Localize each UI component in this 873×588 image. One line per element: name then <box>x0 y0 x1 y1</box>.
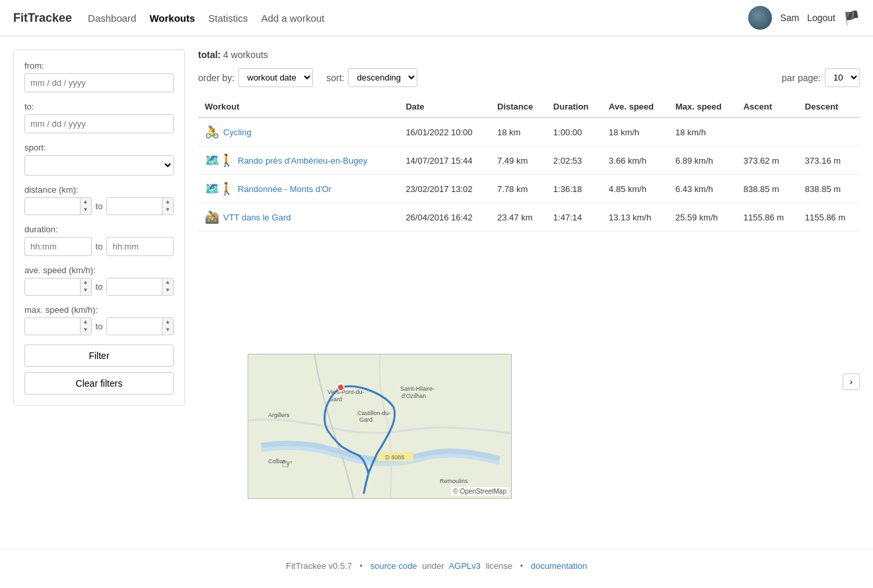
workout-ave-speed-4: 13.13 km/h <box>602 203 669 232</box>
duration-from-input[interactable] <box>24 237 92 256</box>
distance-max-up[interactable]: ▲ <box>162 198 173 206</box>
max-speed-max-down[interactable]: ▼ <box>162 326 173 334</box>
max-speed-min-up[interactable]: ▲ <box>81 318 91 326</box>
workout-link-3[interactable]: Randonnée - Monts d'Or <box>238 184 332 194</box>
workout-duration-4: 1:47:14 <box>547 203 602 232</box>
max-speed-to-connector: to <box>96 321 103 331</box>
duration-to-connector: to <box>96 242 103 251</box>
from-input[interactable] <box>24 73 174 92</box>
workout-descent-1 <box>798 117 860 147</box>
nav-right: Sam Logout 🏴 <box>748 6 860 30</box>
order-by-label: order by: <box>198 73 234 83</box>
workout-duration-3: 1:36:18 <box>547 175 602 203</box>
controls-row: order by: workout date distance duration… <box>198 68 860 87</box>
filter-button[interactable]: Filter <box>24 344 174 367</box>
sort-select[interactable]: descending ascending <box>348 68 417 87</box>
avatar[interactable] <box>748 6 772 30</box>
nav-link-statistics[interactable]: Statistics <box>208 13 248 24</box>
ave-speed-min-up[interactable]: ▲ <box>81 278 91 286</box>
per-page-group: par page: 5 10 20 50 <box>782 68 860 87</box>
workout-link-2[interactable]: Rando près d'Ambérieu-en-Bugey <box>238 156 367 166</box>
nav-link-workouts[interactable]: Workouts <box>149 13 195 24</box>
nav-logout[interactable]: Logout <box>807 13 835 23</box>
workout-descent-2: 373.16 m <box>798 147 860 175</box>
workout-link-1[interactable]: Cycling <box>223 127 252 137</box>
sport-section: sport: Cycling Hiking MTB <box>24 143 174 176</box>
distance-max-input[interactable]: ▲ ▼ <box>106 197 174 215</box>
max-speed-min-input[interactable]: ▲ ▼ <box>24 317 92 335</box>
table-header-row: Workout Date Distance Duration Ave. spee… <box>198 96 860 117</box>
distance-min-input[interactable]: ▲ ▼ <box>24 197 92 215</box>
distance-row: ▲ ▼ to ▲ ▼ <box>24 197 174 215</box>
max-speed-max-field[interactable] <box>107 318 162 335</box>
col-workout: Workout <box>198 96 399 117</box>
ave-speed-min-input[interactable]: ▲ ▼ <box>24 278 92 296</box>
ave-speed-max-up[interactable]: ▲ <box>162 278 173 286</box>
nav-link-add-workout[interactable]: Add a workout <box>261 13 324 24</box>
svg-text:Saint-Hilaire-: Saint-Hilaire- <box>400 385 435 392</box>
nav-brand[interactable]: FitTrackee <box>13 11 72 25</box>
nav-flag-icon: 🏴 <box>843 10 860 26</box>
sport-select[interactable]: Cycling Hiking MTB <box>24 155 174 176</box>
footer-brand: FitTrackee <box>286 561 326 571</box>
main-panel: total: 4 workouts order by: workout date… <box>198 49 860 535</box>
hiking-icon-2: 🗺️🚶 <box>205 153 234 168</box>
ave-speed-label: ave. speed (km/h): <box>24 265 174 275</box>
workout-link-4[interactable]: VTT dans le Gard <box>223 212 291 222</box>
svg-text:d'Ozilhan: d'Ozilhan <box>402 393 426 399</box>
duration-label: duration: <box>24 224 174 234</box>
nav-username[interactable]: Sam <box>780 13 799 23</box>
workout-name-cell-2: 🗺️🚶 Rando près d'Ambérieu-en-Bugey <box>198 147 399 175</box>
distance-max-spinners: ▲ ▼ <box>162 198 173 214</box>
distance-min-down[interactable]: ▼ <box>81 206 91 214</box>
footer-doc-link[interactable]: documentation <box>531 561 587 571</box>
workout-date-1: 16/01/2022 10:00 <box>399 117 491 147</box>
svg-text:Argillers: Argillers <box>268 412 290 418</box>
distance-label: distance (km): <box>24 185 174 195</box>
footer-license-suffix: license <box>485 561 512 571</box>
workout-date-3: 23/02/2017 13:02 <box>399 175 491 203</box>
distance-min-field[interactable] <box>25 198 80 214</box>
pagination-area: › <box>843 374 860 390</box>
to-input[interactable] <box>24 114 174 133</box>
ave-speed-max-down[interactable]: ▼ <box>162 286 173 294</box>
footer-license-link[interactable]: AGPLv3 <box>448 561 480 571</box>
distance-max-down[interactable]: ▼ <box>162 206 173 214</box>
max-speed-max-spinners: ▲ ▼ <box>162 318 173 335</box>
hiking-icon-3: 🗺️🚶 <box>205 181 234 196</box>
table-row: 🗺️🚶 Randonnée - Monts d'Or 23/02/2017 13… <box>198 175 860 203</box>
workout-max-speed-4: 25.59 km/h <box>669 203 737 232</box>
duration-to-input[interactable] <box>106 237 174 256</box>
total-value: 4 workouts <box>223 49 268 60</box>
distance-min-up[interactable]: ▲ <box>81 198 91 206</box>
from-label: from: <box>24 61 174 71</box>
col-descent: Descent <box>798 96 860 117</box>
svg-text:Castillon-du-: Castillon-du- <box>357 410 391 416</box>
workout-ave-speed-3: 4.85 km/h <box>602 175 669 203</box>
distance-max-field[interactable] <box>107 198 162 214</box>
footer-dot-2: • <box>520 561 524 571</box>
ave-speed-min-down[interactable]: ▼ <box>81 286 91 294</box>
max-speed-min-down[interactable]: ▼ <box>81 326 91 334</box>
max-speed-max-up[interactable]: ▲ <box>162 318 173 326</box>
workout-name-cell-1: 🚴 Cycling <box>198 117 399 147</box>
workout-descent-3: 838.85 m <box>798 175 860 203</box>
per-page-select[interactable]: 5 10 20 50 <box>825 68 860 87</box>
ave-speed-max-field[interactable] <box>107 278 162 295</box>
ave-speed-min-field[interactable] <box>25 278 80 295</box>
navbar: FitTrackee Dashboard Workouts Statistics… <box>0 0 873 36</box>
distance-section: distance (km): ▲ ▼ to ▲ ▼ <box>24 185 174 215</box>
next-page-button[interactable]: › <box>843 374 860 390</box>
ave-speed-max-spinners: ▲ ▼ <box>162 278 173 295</box>
max-speed-min-field[interactable] <box>25 318 80 335</box>
ave-speed-max-input[interactable]: ▲ ▼ <box>106 278 174 296</box>
per-page-label: par page: <box>782 73 821 83</box>
order-by-select[interactable]: workout date distance duration <box>238 68 313 87</box>
footer-source-link[interactable]: source code <box>370 561 417 571</box>
nav-link-dashboard[interactable]: Dashboard <box>88 13 136 24</box>
workout-max-speed-2: 6.89 km/h <box>669 147 737 175</box>
nav-links: Dashboard Workouts Statistics Add a work… <box>88 13 748 24</box>
filter-panel: from: to: sport: Cycling Hiking MTB dist… <box>13 49 185 406</box>
max-speed-max-input[interactable]: ▲ ▼ <box>106 317 174 335</box>
clear-filters-button[interactable]: Clear filters <box>24 372 174 395</box>
